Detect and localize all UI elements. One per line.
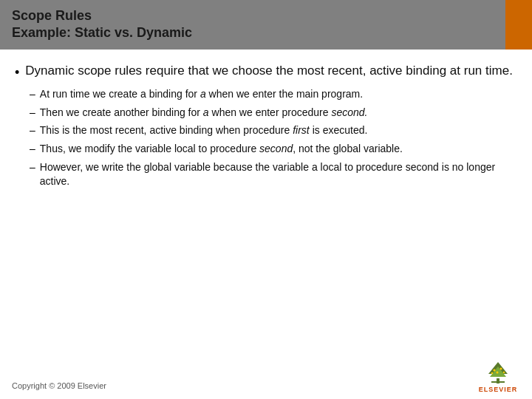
sub-bullet-text-4: Thus, we modify the variable local to pr…	[40, 142, 403, 157]
main-bullet-item: • Dynamic scope rules require that we ch…	[15, 63, 517, 81]
sub-bullet-text-3: This is the most recent, active binding …	[40, 123, 368, 138]
footer: Copyright © 2009 Elsevier	[12, 381, 106, 390]
sub-bullet-text-5: However, we write the global variable be…	[40, 160, 517, 189]
slide-container: Scope Rules Example: Static vs. Dynamic …	[0, 0, 532, 399]
elsevier-label: ELSEVIER	[479, 386, 518, 393]
elsevier-logo: ELSEVIER	[476, 360, 520, 393]
sub-bullet-4: – Thus, we modify the variable local to …	[30, 142, 517, 157]
content-area: • Dynamic scope rules require that we ch…	[0, 50, 532, 399]
sub-bullets-list: – At run time we create a binding for a …	[30, 87, 517, 189]
sub-bullet-2: – Then we create another binding for a w…	[30, 106, 517, 120]
header-line1: Scope Rules	[12, 8, 92, 23]
bullet-dot: •	[15, 64, 19, 81]
svg-point-7	[491, 372, 493, 374]
dash-3: –	[30, 123, 35, 138]
header-line2: Example: Static vs. Dynamic	[12, 25, 192, 40]
sub-bullet-text-1: At run time we create a binding for a wh…	[40, 87, 363, 102]
svg-rect-1	[491, 381, 505, 383]
dash-2: –	[30, 106, 35, 120]
header-accent	[505, 0, 532, 50]
sub-bullet-3: – This is the most recent, active bindin…	[30, 123, 517, 138]
header-title: Scope Rules Example: Static vs. Dynamic	[12, 7, 520, 42]
dash-4: –	[30, 142, 35, 157]
sub-bullet-5: – However, we write the global variable …	[30, 160, 517, 189]
svg-point-5	[500, 368, 502, 370]
sub-bullet-1: – At run time we create a binding for a …	[30, 87, 517, 102]
svg-point-6	[497, 372, 499, 374]
svg-point-4	[494, 369, 496, 372]
slide-header: Scope Rules Example: Static vs. Dynamic	[0, 0, 532, 50]
main-bullet-text: Dynamic scope rules require that we choo…	[25, 63, 513, 80]
copyright-text: Copyright © 2009 Elsevier	[12, 381, 106, 390]
dash-5: –	[30, 160, 35, 175]
dash-1: –	[30, 87, 35, 102]
sub-bullet-text-2: Then we create another binding for a whe…	[40, 106, 368, 120]
svg-point-8	[503, 372, 505, 373]
elsevier-tree-icon	[482, 361, 514, 384]
